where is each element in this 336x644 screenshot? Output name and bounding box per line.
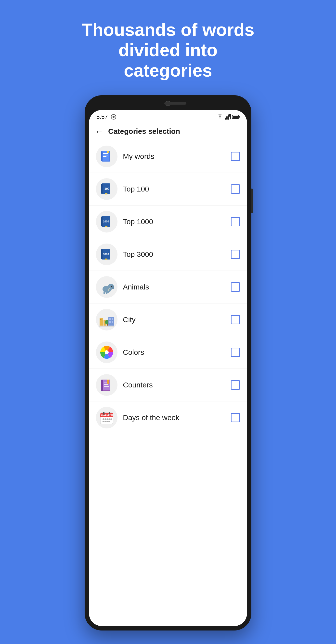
svg-rect-45	[109, 318, 110, 319]
svg-point-1	[112, 116, 114, 118]
svg-rect-53	[112, 321, 113, 322]
svg-rect-50	[112, 319, 113, 320]
category-item-top-3000[interactable]: 3000 Top 3000	[89, 238, 247, 271]
svg-rect-41	[101, 321, 102, 322]
svg-rect-25	[105, 226, 107, 227]
svg-rect-52	[110, 321, 111, 322]
svg-text:1000: 1000	[103, 220, 109, 223]
phone-speaker	[164, 102, 186, 104]
svg-rect-39	[101, 319, 102, 320]
category-item-city[interactable]: City	[89, 304, 247, 336]
category-item-colors[interactable]: Colors	[89, 336, 247, 369]
svg-point-77	[110, 418, 112, 420]
category-label-days-of-the-week: Days of the week	[123, 414, 225, 422]
category-label-city: City	[123, 316, 225, 324]
svg-rect-35	[106, 292, 107, 294]
svg-rect-13	[103, 153, 108, 154]
svg-rect-38	[100, 319, 101, 320]
back-button[interactable]: ←	[95, 127, 103, 136]
svg-rect-46	[110, 318, 111, 319]
category-item-counters[interactable]: Counters	[89, 369, 247, 402]
category-icon-animals	[96, 276, 117, 298]
category-icon-colors	[96, 342, 117, 363]
category-icon-top-3000: 3000	[96, 244, 117, 265]
svg-rect-49	[110, 319, 111, 320]
svg-rect-55	[110, 322, 111, 323]
category-item-animals[interactable]: Animals	[89, 271, 247, 304]
svg-point-59	[105, 350, 109, 354]
hero-title: Thousands of words divided into categori…	[58, 0, 278, 95]
category-checkbox-counters[interactable]	[231, 380, 240, 390]
svg-point-33	[111, 286, 112, 287]
category-checkbox-city[interactable]	[231, 315, 240, 324]
status-bar: 5:57	[89, 110, 247, 123]
svg-rect-64	[104, 384, 108, 385]
category-label-counters: Counters	[123, 381, 225, 389]
svg-rect-51	[109, 321, 110, 322]
category-icon-days-of-the-week: CALENDAR	[96, 407, 117, 428]
svg-rect-5	[225, 118, 226, 120]
svg-point-76	[108, 418, 110, 420]
svg-text:3000: 3000	[103, 253, 109, 256]
svg-rect-48	[109, 319, 110, 320]
app-bar: ← Categories selection	[89, 123, 247, 140]
category-checkbox-top-100[interactable]	[231, 184, 240, 194]
svg-rect-6	[226, 116, 228, 120]
category-checkbox-animals[interactable]	[231, 282, 240, 292]
category-item-my-words[interactable]: My words	[89, 140, 247, 173]
svg-rect-9	[233, 116, 238, 118]
svg-point-75	[106, 418, 108, 420]
category-label-top-100: Top 100	[123, 185, 225, 193]
svg-point-81	[108, 421, 110, 422]
svg-rect-27	[101, 249, 102, 259]
svg-point-2	[220, 118, 221, 120]
category-item-days-of-the-week[interactable]: CALENDAR Days of the week	[89, 402, 247, 434]
svg-rect-40	[100, 321, 101, 322]
category-checkbox-top-3000[interactable]	[231, 250, 240, 259]
svg-rect-47	[112, 318, 113, 319]
svg-rect-62	[101, 380, 103, 391]
category-checkbox-my-words[interactable]	[231, 152, 240, 161]
category-label-colors: Colors	[123, 348, 225, 356]
svg-rect-54	[109, 322, 110, 323]
category-item-top-100[interactable]: 100 Top 100	[89, 173, 247, 206]
category-item-top-1000[interactable]: 1000 Top 1000	[89, 206, 247, 238]
svg-point-74	[104, 418, 106, 420]
svg-rect-36	[100, 318, 103, 326]
svg-rect-19	[101, 184, 102, 194]
phone-side-button	[251, 188, 253, 213]
status-icons-right	[217, 114, 240, 120]
category-icon-counters	[96, 374, 117, 396]
svg-rect-34	[103, 292, 105, 294]
svg-rect-10	[239, 116, 240, 118]
notification-icon	[110, 114, 117, 120]
svg-rect-56	[112, 322, 113, 323]
phone-body: 5:57	[85, 95, 251, 630]
svg-point-78	[102, 421, 104, 422]
status-time: 5:57	[96, 114, 108, 120]
svg-rect-7	[228, 115, 229, 120]
category-checkbox-top-1000[interactable]	[231, 217, 240, 226]
svg-rect-23	[101, 216, 102, 226]
category-checkbox-colors[interactable]	[231, 348, 240, 357]
category-label-animals: Animals	[123, 283, 225, 291]
svg-point-80	[106, 421, 108, 422]
svg-point-79	[104, 421, 106, 422]
phone-screen: 5:57	[89, 110, 247, 626]
svg-rect-29	[105, 258, 107, 260]
category-icon-city	[96, 309, 117, 330]
battery-icon	[232, 115, 240, 119]
svg-rect-15	[103, 156, 106, 157]
svg-rect-43	[107, 324, 108, 326]
category-list: My words 100 Top 100 1000 Top 1000	[89, 140, 247, 626]
category-label-top-1000: Top 1000	[123, 218, 225, 226]
svg-rect-21	[105, 193, 107, 194]
category-icon-my-words	[96, 146, 117, 167]
category-checkbox-days-of-the-week[interactable]	[231, 413, 240, 422]
svg-point-32	[111, 285, 114, 289]
svg-rect-14	[103, 155, 108, 156]
svg-point-73	[102, 418, 104, 420]
category-label-my-words: My words	[123, 152, 225, 160]
svg-rect-66	[107, 380, 109, 383]
phone-mockup: 5:57	[85, 95, 251, 636]
